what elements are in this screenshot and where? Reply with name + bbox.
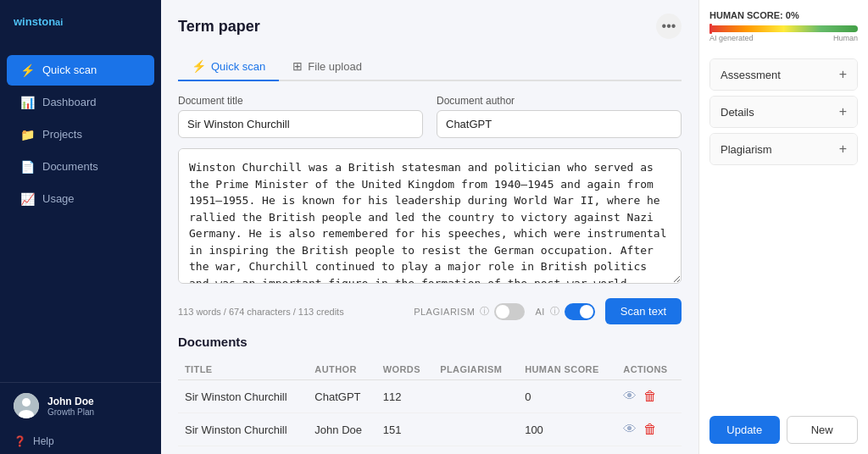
avatar bbox=[14, 393, 39, 418]
ai-info-icon[interactable]: ⓘ bbox=[550, 305, 559, 318]
textarea-wrap bbox=[178, 148, 682, 286]
plagiarism-toggle-knob bbox=[496, 305, 509, 318]
accordion-label: Assessment bbox=[721, 69, 781, 81]
projects-icon: 📁 bbox=[20, 128, 34, 141]
view-icon[interactable]: 👁 bbox=[623, 422, 637, 437]
plagiarism-toggle-wrap: PLAGIARISM ⓘ bbox=[414, 303, 525, 320]
sidebar-item-dashboard[interactable]: 📊 Dashboard bbox=[7, 87, 154, 118]
sidebar-item-documents[interactable]: 📄 Documents bbox=[7, 152, 154, 182]
document-title-input[interactable] bbox=[178, 110, 423, 138]
col-author: AUTHOR bbox=[308, 359, 376, 380]
plagiarism-toggle[interactable] bbox=[494, 303, 525, 320]
ai-toggle-wrap: AI ⓘ bbox=[535, 303, 594, 320]
page-header: Term paper ••• bbox=[178, 14, 682, 39]
sidebar: winstonai ⚡ Quick scan 📊 Dashboard 📁 Pro… bbox=[0, 0, 161, 454]
tab-quick-scan[interactable]: ⚡ Quick scan bbox=[178, 53, 279, 81]
delete-icon[interactable]: 🗑 bbox=[643, 389, 657, 404]
action-icons: 👁 🗑 bbox=[623, 389, 675, 404]
row-human-score: 0 bbox=[518, 380, 616, 413]
help-icon: ❓ bbox=[14, 435, 26, 447]
documents-table: TITLE AUTHOR WORDS PLAGIARISM HUMAN SCOR… bbox=[178, 359, 682, 446]
accordion-header-details[interactable]: Details + bbox=[710, 97, 857, 127]
sidebar-item-projects[interactable]: 📁 Projects bbox=[7, 119, 154, 150]
sidebar-item-label: Quick scan bbox=[42, 64, 97, 76]
table-body: Sir Winston Churchill ChatGPT 112 0 👁 🗑 bbox=[178, 380, 682, 446]
score-bar-labels: AI generated Human bbox=[709, 34, 858, 42]
ai-label: AI bbox=[535, 307, 544, 317]
user-profile[interactable]: John Doe Growth Plan bbox=[0, 382, 161, 429]
stats-bar: 113 words / 674 characters / 113 credits… bbox=[178, 293, 682, 335]
documents-section-title: Documents bbox=[178, 335, 682, 349]
scan-text-button[interactable]: Scan text bbox=[605, 298, 682, 324]
page-title: Term paper bbox=[178, 18, 260, 36]
accordion-item-assessment: Assessment + bbox=[709, 58, 858, 91]
main-content: Term paper ••• ⚡ Quick scan ⊞ File uploa… bbox=[161, 0, 698, 454]
plagiarism-info-icon[interactable]: ⓘ bbox=[480, 305, 489, 318]
tab-file-upload[interactable]: ⊞ File upload bbox=[279, 53, 376, 81]
document-content-textarea[interactable] bbox=[178, 148, 682, 284]
logo-text: winston bbox=[14, 15, 55, 28]
accordion-item-plagiarism: Plagiarism + bbox=[709, 133, 858, 165]
col-title: TITLE bbox=[178, 359, 308, 380]
accordion-header-plagiarism[interactable]: Plagiarism + bbox=[710, 134, 857, 164]
svg-point-1 bbox=[22, 398, 31, 407]
documents-section: Documents TITLE AUTHOR WORDS PLAGIARISM … bbox=[178, 335, 682, 446]
col-plagiarism: PLAGIARISM bbox=[433, 359, 518, 380]
row-words: 112 bbox=[376, 380, 434, 413]
more-dots-icon: ••• bbox=[662, 19, 676, 34]
document-title-group: Document title bbox=[178, 95, 423, 138]
sidebar-item-quick-scan[interactable]: ⚡ Quick scan bbox=[7, 55, 154, 86]
logo: winstonai bbox=[0, 0, 161, 50]
logo-sup: ai bbox=[55, 17, 63, 27]
quick-scan-icon: ⚡ bbox=[20, 64, 34, 77]
right-panel: HUMAN SCORE: 0% AI generated Human Asses… bbox=[698, 0, 868, 454]
update-button[interactable]: Update bbox=[709, 416, 780, 444]
form-row: Document title Document author bbox=[178, 95, 682, 138]
accordion-header-assessment[interactable]: Assessment + bbox=[710, 59, 857, 90]
plagiarism-label: PLAGIARISM bbox=[414, 307, 475, 317]
document-author-input[interactable] bbox=[437, 110, 682, 138]
row-title: Sir Winston Churchill bbox=[178, 380, 308, 413]
view-icon[interactable]: 👁 bbox=[623, 389, 637, 404]
bar-right-label: Human bbox=[833, 34, 858, 42]
file-upload-tab-icon: ⊞ bbox=[292, 59, 303, 73]
accordion-item-details: Details + bbox=[709, 96, 858, 128]
sidebar-item-label: Projects bbox=[42, 128, 82, 141]
quick-scan-tab-icon: ⚡ bbox=[192, 59, 206, 73]
row-author: ChatGPT bbox=[308, 380, 376, 413]
row-actions: 👁 🗑 bbox=[616, 380, 682, 413]
tabs: ⚡ Quick scan ⊞ File upload bbox=[178, 53, 682, 81]
delete-icon[interactable]: 🗑 bbox=[643, 422, 657, 437]
score-gradient-bar bbox=[709, 25, 858, 32]
score-section: HUMAN SCORE: 0% AI generated Human bbox=[709, 10, 858, 45]
sidebar-item-label: Usage bbox=[42, 192, 75, 205]
stats-text: 113 words / 674 characters / 113 credits bbox=[178, 307, 344, 317]
row-human-score: 100 bbox=[518, 413, 616, 446]
more-button[interactable]: ••• bbox=[656, 14, 682, 39]
ai-toggle[interactable] bbox=[565, 303, 595, 320]
row-actions: 👁 🗑 bbox=[616, 413, 682, 446]
tab-label: File upload bbox=[308, 60, 362, 73]
table-row: Sir Winston Churchill ChatGPT 112 0 👁 🗑 bbox=[178, 380, 682, 413]
sidebar-nav: ⚡ Quick scan 📊 Dashboard 📁 Projects 📄 Do… bbox=[0, 50, 161, 382]
col-actions: ACTIONS bbox=[616, 359, 682, 380]
score-pointer bbox=[709, 24, 712, 34]
usage-icon: 📈 bbox=[20, 192, 34, 206]
sidebar-item-usage[interactable]: 📈 Usage bbox=[7, 184, 154, 214]
tab-label: Quick scan bbox=[211, 60, 265, 73]
row-author: John Doe bbox=[308, 413, 376, 446]
document-title-label: Document title bbox=[178, 95, 423, 107]
row-title: Sir Winston Churchill bbox=[178, 413, 308, 446]
row-plagiarism bbox=[433, 413, 518, 446]
row-plagiarism bbox=[433, 380, 518, 413]
action-icons: 👁 🗑 bbox=[623, 422, 675, 437]
new-button[interactable]: New bbox=[787, 416, 859, 444]
content-area: Term paper ••• ⚡ Quick scan ⊞ File uploa… bbox=[161, 0, 698, 454]
col-human-score: HUMAN SCORE bbox=[518, 359, 616, 380]
help-link[interactable]: ❓ Help bbox=[0, 429, 161, 454]
col-words: WORDS bbox=[376, 359, 434, 380]
table-header: TITLE AUTHOR WORDS PLAGIARISM HUMAN SCOR… bbox=[178, 359, 682, 380]
controls-right: PLAGIARISM ⓘ AI ⓘ Scan text bbox=[414, 298, 682, 324]
sidebar-item-label: Documents bbox=[42, 160, 98, 173]
accordion-label: Plagiarism bbox=[721, 143, 772, 156]
